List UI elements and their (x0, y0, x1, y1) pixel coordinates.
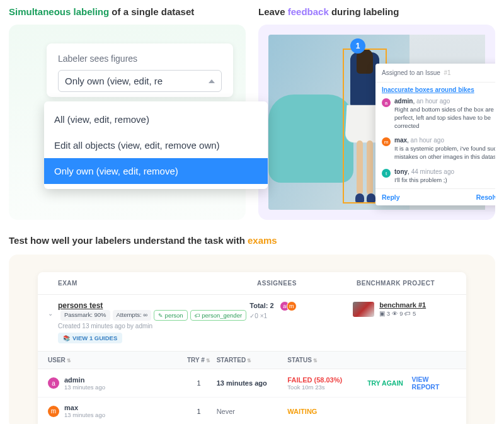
user-row: a admin 13 minutes ago 1 13 minutes ago … (38, 369, 466, 398)
labeling-card: Labeler sees figures Only own (view, edi… (9, 25, 246, 220)
avatar: a (382, 98, 391, 107)
issue-comment: a admin, an hour ago Right and bottom si… (375, 95, 495, 134)
col-user[interactable]: USER (48, 357, 181, 364)
try-count: 1 (181, 379, 216, 387)
dropdown-selected-text: Only own (view, edit, re (65, 76, 163, 86)
user-name: admin (64, 376, 105, 384)
col-status[interactable]: STATUS (287, 357, 367, 364)
table-header: EXAM ASSIGNEES BENCHMARK PROJECT (38, 272, 466, 295)
issue-header-label: Assigned to an Issue #1 (382, 69, 451, 76)
try-count: 1 (181, 408, 216, 415)
headline-labeling: Simultaneous labeling of a single datase… (9, 6, 246, 17)
issue-comment: t tony, 44 minutes ago I'll fix this pro… (375, 165, 495, 188)
headline-feedback: Leave feedback during labeling (258, 6, 495, 17)
benchmark-thumbnail (353, 302, 374, 317)
headline-exams: Test how well your labelers understand t… (9, 235, 495, 246)
view-report-button[interactable]: VIEW REPORT (412, 375, 456, 391)
assignees-total: Total: 2 (249, 302, 273, 309)
assignees-sub: ✓0 ×1 (249, 312, 353, 319)
annotation-badge[interactable]: 1 (350, 38, 365, 54)
exam-table: EXAM ASSIGNEES BENCHMARK PROJECT ⌄ perso… (38, 272, 466, 424)
chip-class-person: person (154, 310, 188, 321)
try-again-button[interactable]: TRY AGAIN (367, 379, 411, 387)
dropdown-option[interactable]: All (view, edit, remove) (44, 106, 268, 132)
feedback-card: 1 Assigned to an Issue #1 ✕ Inaccurate b… (258, 25, 495, 220)
dropdown-label: Labeler sees figures (58, 54, 222, 64)
benchmark-stats: ▣ 3 👁 9 🏷 5 (379, 310, 426, 317)
status-badge: FAILED (58.03%) (287, 376, 367, 384)
chip-passmark: Passmark: 90% (60, 310, 110, 321)
dropdown-option[interactable]: Edit all objects (view, edit, remove own… (44, 132, 268, 158)
status-badge: WAITING (287, 408, 367, 415)
user-time: 13 minutes ago (64, 411, 105, 418)
user-row: m max 13 minutes ago 1 Never WAITING (38, 398, 466, 424)
chip-attempts: Attempts: ∞ (113, 310, 152, 321)
col-try[interactable]: TRY # (181, 357, 216, 364)
col-benchmark: BENCHMARK PROJECT (357, 280, 456, 287)
col-exam: EXAM (58, 280, 257, 287)
expand-toggle[interactable]: ⌄ (48, 301, 58, 317)
col-assignees: ASSIGNEES (257, 280, 357, 287)
avatar: m (382, 137, 391, 146)
issue-comment: m max, an hour ago It is a systemic prob… (375, 134, 495, 165)
issue-title-link[interactable]: Inaccurate boxes around bikes (375, 83, 495, 95)
exam-created-text: Created 13 minutes ago by admin (58, 323, 249, 329)
avatar: a (48, 377, 59, 389)
status-duration: Took 10m 23s (287, 384, 367, 391)
user-time: 13 minutes ago (64, 384, 105, 391)
benchmark-link[interactable]: benchmark #1 (379, 301, 426, 309)
dropdown-option-selected[interactable]: Only own (view, edit, remove) (44, 158, 268, 184)
exam-name-link[interactable]: persons test (58, 301, 103, 310)
exam-row: ⌄ persons test Passmark: 90% Attempts: ∞… (38, 295, 466, 352)
col-started[interactable]: STARTED (217, 357, 288, 364)
avatar: m (287, 301, 297, 311)
started-time: 13 minutes ago (217, 379, 288, 387)
dropdown-select[interactable]: Only own (view, edit, re (58, 70, 222, 92)
chevron-up-icon (209, 79, 215, 83)
resolve-button[interactable]: Resolve (476, 193, 495, 201)
close-icon[interactable]: ✕ (495, 68, 495, 77)
started-time: Never (217, 408, 288, 415)
dropdown-container: Labeler sees figures Only own (view, edi… (47, 43, 233, 97)
view-guides-button[interactable]: VIEW 1 GUIDES (58, 333, 122, 343)
user-name: max (64, 404, 105, 411)
exams-card: EXAM ASSIGNEES BENCHMARK PROJECT ⌄ perso… (9, 255, 495, 424)
dropdown-menu: All (view, edit, remove) Edit all object… (44, 101, 268, 189)
chip-tag-gender: person_gender (190, 310, 246, 321)
reply-button[interactable]: Reply (382, 193, 400, 201)
avatar: m (48, 406, 59, 417)
sub-table-header: USER TRY # STARTED STATUS (38, 352, 466, 369)
avatar: t (382, 169, 391, 178)
issue-panel: Assigned to an Issue #1 ✕ Inaccurate box… (375, 64, 495, 205)
